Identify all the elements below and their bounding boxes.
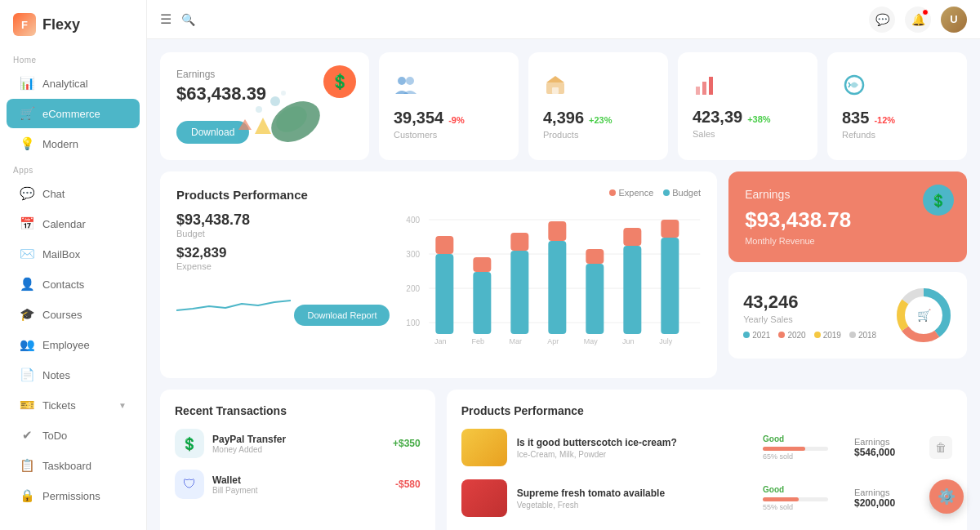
header: ☰ 🔍 💬 🔔 U (147, 0, 980, 39)
sidebar-item-calendar[interactable]: 📅 Calendar (7, 209, 140, 238)
butterscotch-progress-bar (763, 447, 828, 451)
svg-text:🛒: 🛒 (917, 309, 932, 323)
svg-rect-13 (702, 82, 706, 95)
transaction-paypal: 💲 PayPal Transfer Money Added +$350 (175, 429, 421, 458)
svg-text:200: 200 (407, 284, 421, 293)
sidebar-item-notes[interactable]: 📄 Notes (7, 360, 140, 390)
sidebar-label-calendar: Calendar (42, 218, 86, 230)
legend-2021-dot (743, 332, 750, 338)
svg-rect-25 (436, 236, 454, 254)
earnings-monthly-icon: 💲 (923, 185, 954, 216)
search-icon[interactable]: 🔍 (181, 13, 195, 26)
chart-header: Products Performance Expence Budget (176, 188, 701, 202)
legend-2020: 2020 (778, 331, 805, 340)
svg-rect-31 (549, 221, 567, 241)
paypal-name: PayPal Transfer (212, 434, 385, 445)
tomato-info: Supreme fresh tomato available Vegetable… (517, 488, 753, 510)
butterscotch-action-button[interactable]: 🗑 (929, 436, 952, 459)
products-list-card: Products Performance Is it good buttersc… (447, 390, 967, 530)
svg-text:300: 300 (407, 250, 421, 259)
sidebar-item-taskboard[interactable]: 📋 Taskboard (7, 451, 140, 480)
svg-text:Jun: Jun (623, 337, 635, 345)
stats-row: Earnings $63,438.39 💲 Download (160, 52, 967, 160)
svg-rect-12 (696, 87, 700, 95)
permissions-icon: 🔒 (20, 488, 34, 503)
logo[interactable]: F Flexy (0, 0, 146, 49)
transactions-card: Recent Transactions 💲 PayPal Transfer Mo… (160, 390, 435, 530)
refunds-stat-card: 835 -12% Refunds (827, 52, 967, 160)
sales-icon (693, 73, 803, 101)
tickets-icon: 🎫 (20, 398, 34, 412)
download-report-button[interactable]: Download Report (294, 305, 390, 326)
transaction-wallet: 🛡 Wallet Bill Payment -$580 (175, 470, 421, 499)
products-value: 4,396 +23% (543, 109, 653, 127)
yearly-legend: 2021 2020 2019 (743, 331, 885, 340)
chart-metrics: $93,438.78 Budget $32,839 Expense Downlo… (176, 212, 390, 349)
tomato-progress-label: 55% sold (763, 503, 836, 511)
butterscotch-earnings-label: Earnings (854, 437, 920, 447)
main-area: ☰ 🔍 💬 🔔 U Earnings $63,438.39 💲 (147, 0, 980, 530)
svg-marker-2 (255, 118, 271, 134)
analytical-icon: 📊 (20, 76, 34, 91)
bottom-row: Recent Transactions 💲 PayPal Transfer Mo… (160, 390, 967, 530)
wallet-sub: Bill Payment (212, 486, 387, 495)
refunds-change: -12% (874, 115, 895, 125)
fab-settings-button[interactable]: ⚙️ (929, 479, 964, 514)
sidebar-item-chat[interactable]: 💬 Chat (7, 179, 140, 208)
notes-icon: 📄 (20, 367, 34, 382)
earnings-monthly-value: $93,438.78 (745, 207, 951, 233)
sidebar-item-permissions[interactable]: 🔒 Permissions (7, 481, 140, 510)
sidebar-label-employee: Employee (42, 339, 90, 351)
legend-2020-dot (778, 332, 785, 338)
modern-icon: 💡 (20, 136, 34, 151)
svg-point-4 (270, 96, 280, 106)
sidebar-item-analytical[interactable]: 📊 Analytical (7, 69, 140, 98)
donut-chart: 🛒 (895, 287, 952, 344)
butterscotch-earnings-area: Earnings $546,000 (854, 437, 920, 458)
sidebar-item-employee[interactable]: 👥 Employee (7, 330, 140, 359)
svg-rect-32 (586, 264, 604, 334)
sidebar-label-todo: ToDo (42, 430, 67, 442)
sales-label: Sales (693, 129, 803, 139)
sidebar-item-tickets[interactable]: 🎫 Tickets ▼ (7, 390, 140, 420)
svg-rect-14 (709, 77, 713, 95)
sidebar-item-courses[interactable]: 🎓 Courses (7, 300, 140, 329)
svg-text:400: 400 (407, 216, 421, 225)
sidebar-label-tickets: Tickets (42, 399, 76, 412)
sidebar-item-ecommerce[interactable]: 🛒 eCommerce (7, 99, 140, 128)
product-butterscotch: Is it good butterscotch ice-cream? Ice-C… (461, 429, 952, 466)
sidebar: F Flexy Home 📊 Analytical 🛒 eCommerce 💡 … (0, 0, 147, 530)
earnings-stat-card: Earnings $63,438.39 💲 Download (160, 52, 369, 160)
sidebar-label-permissions: Permissions (42, 490, 100, 502)
sidebar-item-modern[interactable]: 💡 Modern (7, 129, 140, 158)
svg-text:July: July (660, 337, 674, 345)
sidebar-label-ecommerce: eCommerce (42, 108, 100, 120)
bar-chart-svg: 400 300 200 100 (406, 212, 701, 359)
user-avatar[interactable]: U (941, 7, 967, 33)
menu-icon[interactable]: ☰ (160, 11, 172, 27)
notifications-button[interactable]: 🔔 (905, 7, 931, 33)
svg-point-6 (281, 91, 286, 96)
tickets-chevron-icon: ▼ (118, 401, 127, 410)
product-tomato: Supreme fresh tomato available Vegetable… (461, 479, 952, 517)
legend-2018-dot (849, 332, 856, 338)
sidebar-label-contacts: Contacts (42, 278, 84, 291)
customers-label: Customers (394, 130, 504, 140)
paypal-info: PayPal Transfer Money Added (212, 434, 385, 454)
messages-button[interactable]: 💬 (869, 7, 895, 33)
earnings-monthly-card: Earnings $93,438.78 Monthly Revenue 💲 (728, 171, 967, 262)
sidebar-item-contacts[interactable]: 👤 Contacts (7, 269, 140, 299)
butterscotch-info: Is it good butterscotch ice-cream? Ice-C… (517, 437, 753, 459)
customers-stat-card: 39,354 -9% Customers (379, 52, 519, 160)
ecommerce-icon: 🛒 (20, 106, 34, 121)
svg-rect-24 (436, 254, 454, 334)
yearly-sales-card: 43,246 Yearly Sales 2021 2020 (728, 272, 967, 359)
butterscotch-name: Is it good butterscotch ice-cream? (517, 437, 753, 448)
svg-point-5 (256, 106, 262, 113)
expense-label: Expense (176, 261, 390, 271)
sidebar-item-todo[interactable]: ✔ ToDo (7, 421, 140, 450)
tomato-earnings-label: Earnings (854, 488, 920, 497)
svg-rect-28 (511, 251, 529, 334)
sidebar-item-mailbox[interactable]: ✉️ MailBox (7, 239, 140, 269)
tomato-name: Supreme fresh tomato available (517, 488, 753, 499)
